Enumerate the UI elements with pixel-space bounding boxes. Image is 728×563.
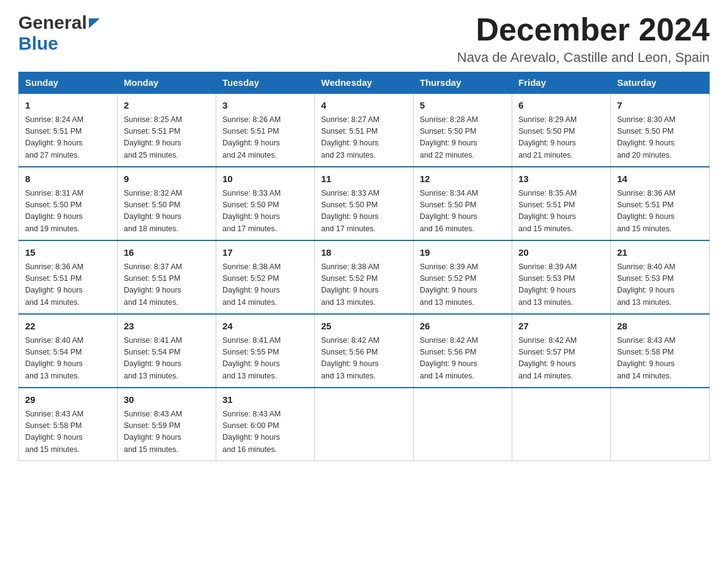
calendar-cell: 21Sunrise: 8:40 AM Sunset: 5:53 PM Dayli… [611, 240, 710, 314]
calendar-cell: 1Sunrise: 8:24 AM Sunset: 5:51 PM Daylig… [19, 93, 118, 167]
logo-arrow-icon [89, 18, 100, 31]
calendar-cell: 12Sunrise: 8:34 AM Sunset: 5:50 PM Dayli… [414, 167, 512, 240]
calendar-cell: 7Sunrise: 8:30 AM Sunset: 5:50 PM Daylig… [611, 93, 710, 167]
calendar-cell: 22Sunrise: 8:40 AM Sunset: 5:54 PM Dayli… [19, 314, 118, 388]
day-info: Sunrise: 8:41 AM Sunset: 5:55 PM Dayligh… [222, 335, 308, 383]
day-number: 17 [222, 246, 308, 260]
calendar-cell [512, 388, 611, 461]
calendar-cell: 15Sunrise: 8:36 AM Sunset: 5:51 PM Dayli… [19, 240, 118, 314]
day-number: 16 [124, 246, 210, 260]
day-number: 5 [420, 99, 506, 113]
day-number: 31 [222, 393, 308, 407]
page-header: General Blue December 2024 Nava de Areva… [18, 12, 710, 66]
column-header-monday: Monday [118, 72, 216, 94]
day-number: 9 [124, 172, 210, 186]
column-header-sunday: Sunday [19, 72, 118, 94]
day-info: Sunrise: 8:33 AM Sunset: 5:50 PM Dayligh… [321, 188, 407, 236]
calendar-cell: 19Sunrise: 8:39 AM Sunset: 5:52 PM Dayli… [414, 240, 512, 314]
day-number: 6 [518, 99, 604, 113]
day-info: Sunrise: 8:40 AM Sunset: 5:54 PM Dayligh… [25, 335, 111, 383]
calendar-cell: 23Sunrise: 8:41 AM Sunset: 5:54 PM Dayli… [118, 314, 216, 388]
day-info: Sunrise: 8:36 AM Sunset: 5:51 PM Dayligh… [25, 261, 111, 309]
day-info: Sunrise: 8:37 AM Sunset: 5:51 PM Dayligh… [124, 261, 210, 309]
day-info: Sunrise: 8:27 AM Sunset: 5:51 PM Dayligh… [321, 114, 407, 162]
calendar-cell: 17Sunrise: 8:38 AM Sunset: 5:52 PM Dayli… [216, 240, 315, 314]
day-number: 26 [420, 320, 506, 334]
calendar-week-2: 8Sunrise: 8:31 AM Sunset: 5:50 PM Daylig… [19, 167, 710, 240]
day-number: 25 [321, 320, 407, 334]
day-number: 7 [617, 99, 703, 113]
day-info: Sunrise: 8:33 AM Sunset: 5:50 PM Dayligh… [222, 188, 308, 236]
day-info: Sunrise: 8:43 AM Sunset: 5:58 PM Dayligh… [25, 408, 111, 456]
day-number: 20 [518, 246, 604, 260]
day-info: Sunrise: 8:32 AM Sunset: 5:50 PM Dayligh… [124, 188, 210, 236]
day-number: 14 [617, 172, 703, 186]
column-header-wednesday: Wednesday [315, 72, 414, 94]
day-number: 2 [124, 99, 210, 113]
title-block: December 2024 Nava de Arevalo, Castille … [457, 12, 710, 66]
day-number: 4 [321, 99, 407, 113]
calendar-week-1: 1Sunrise: 8:24 AM Sunset: 5:51 PM Daylig… [19, 93, 710, 167]
day-number: 8 [25, 172, 111, 186]
day-number: 3 [222, 99, 308, 113]
day-number: 21 [617, 246, 703, 260]
calendar-cell: 2Sunrise: 8:25 AM Sunset: 5:51 PM Daylig… [118, 93, 216, 167]
day-number: 12 [420, 172, 506, 186]
day-info: Sunrise: 8:43 AM Sunset: 5:59 PM Dayligh… [124, 408, 210, 456]
day-info: Sunrise: 8:43 AM Sunset: 5:58 PM Dayligh… [617, 335, 703, 383]
day-info: Sunrise: 8:28 AM Sunset: 5:50 PM Dayligh… [420, 114, 506, 162]
day-number: 22 [25, 320, 111, 334]
calendar-cell: 24Sunrise: 8:41 AM Sunset: 5:55 PM Dayli… [216, 314, 315, 388]
main-title: December 2024 [457, 12, 710, 47]
day-info: Sunrise: 8:38 AM Sunset: 5:52 PM Dayligh… [321, 261, 407, 309]
calendar-cell: 31Sunrise: 8:43 AM Sunset: 6:00 PM Dayli… [216, 388, 315, 461]
column-header-friday: Friday [512, 72, 611, 94]
day-info: Sunrise: 8:31 AM Sunset: 5:50 PM Dayligh… [25, 188, 111, 236]
day-info: Sunrise: 8:35 AM Sunset: 5:51 PM Dayligh… [518, 188, 604, 236]
day-number: 13 [518, 172, 604, 186]
calendar-week-3: 15Sunrise: 8:36 AM Sunset: 5:51 PM Dayli… [19, 240, 710, 314]
day-info: Sunrise: 8:24 AM Sunset: 5:51 PM Dayligh… [25, 114, 111, 162]
header-row: SundayMondayTuesdayWednesdayThursdayFrid… [19, 72, 710, 94]
day-number: 19 [420, 246, 506, 260]
day-info: Sunrise: 8:25 AM Sunset: 5:51 PM Dayligh… [124, 114, 210, 162]
day-info: Sunrise: 8:34 AM Sunset: 5:50 PM Dayligh… [420, 188, 506, 236]
day-number: 15 [25, 246, 111, 260]
calendar-cell: 6Sunrise: 8:29 AM Sunset: 5:50 PM Daylig… [512, 93, 611, 167]
calendar-cell: 20Sunrise: 8:39 AM Sunset: 5:53 PM Dayli… [512, 240, 611, 314]
day-info: Sunrise: 8:39 AM Sunset: 5:53 PM Dayligh… [518, 261, 604, 309]
calendar-week-5: 29Sunrise: 8:43 AM Sunset: 5:58 PM Dayli… [19, 388, 710, 461]
calendar-cell: 30Sunrise: 8:43 AM Sunset: 5:59 PM Dayli… [118, 388, 216, 461]
calendar-cell [315, 388, 414, 461]
calendar-cell: 4Sunrise: 8:27 AM Sunset: 5:51 PM Daylig… [315, 93, 414, 167]
calendar-cell [414, 388, 512, 461]
calendar-cell: 5Sunrise: 8:28 AM Sunset: 5:50 PM Daylig… [414, 93, 512, 167]
day-number: 23 [124, 320, 210, 334]
calendar-cell: 25Sunrise: 8:42 AM Sunset: 5:56 PM Dayli… [315, 314, 414, 388]
calendar-cell: 3Sunrise: 8:26 AM Sunset: 5:51 PM Daylig… [216, 93, 315, 167]
day-info: Sunrise: 8:38 AM Sunset: 5:52 PM Dayligh… [222, 261, 308, 309]
day-number: 28 [617, 320, 703, 334]
calendar-cell: 11Sunrise: 8:33 AM Sunset: 5:50 PM Dayli… [315, 167, 414, 240]
day-info: Sunrise: 8:30 AM Sunset: 5:50 PM Dayligh… [617, 114, 703, 162]
day-info: Sunrise: 8:29 AM Sunset: 5:50 PM Dayligh… [518, 114, 604, 162]
column-header-tuesday: Tuesday [216, 72, 315, 94]
calendar-cell: 13Sunrise: 8:35 AM Sunset: 5:51 PM Dayli… [512, 167, 611, 240]
day-number: 24 [222, 320, 308, 334]
day-number: 10 [222, 172, 308, 186]
day-info: Sunrise: 8:41 AM Sunset: 5:54 PM Dayligh… [124, 335, 210, 383]
calendar-cell: 16Sunrise: 8:37 AM Sunset: 5:51 PM Dayli… [118, 240, 216, 314]
day-info: Sunrise: 8:42 AM Sunset: 5:57 PM Dayligh… [518, 335, 604, 383]
calendar-cell: 14Sunrise: 8:36 AM Sunset: 5:51 PM Dayli… [611, 167, 710, 240]
day-info: Sunrise: 8:36 AM Sunset: 5:51 PM Dayligh… [617, 188, 703, 236]
calendar-cell: 9Sunrise: 8:32 AM Sunset: 5:50 PM Daylig… [118, 167, 216, 240]
day-number: 27 [518, 320, 604, 334]
day-info: Sunrise: 8:40 AM Sunset: 5:53 PM Dayligh… [617, 261, 703, 309]
day-info: Sunrise: 8:42 AM Sunset: 5:56 PM Dayligh… [420, 335, 506, 383]
day-info: Sunrise: 8:43 AM Sunset: 6:00 PM Dayligh… [222, 408, 308, 456]
logo-blue: Blue [18, 33, 58, 53]
calendar-cell: 26Sunrise: 8:42 AM Sunset: 5:56 PM Dayli… [414, 314, 512, 388]
calendar-cell: 29Sunrise: 8:43 AM Sunset: 5:58 PM Dayli… [19, 388, 118, 461]
column-header-thursday: Thursday [414, 72, 512, 94]
svg-marker-0 [89, 18, 100, 28]
